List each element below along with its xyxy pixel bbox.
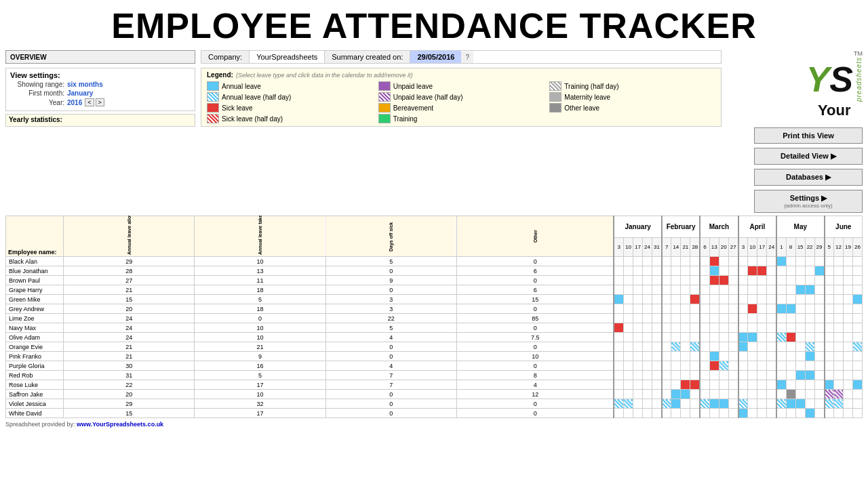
day-cell[interactable] [681, 409, 690, 418]
day-cell[interactable] [738, 390, 748, 399]
day-cell[interactable] [633, 361, 642, 371]
day-cell[interactable] [614, 276, 623, 285]
day-cell[interactable] [671, 409, 681, 418]
day-cell[interactable] [690, 257, 700, 266]
day-cell[interactable] [844, 314, 853, 323]
day-cell[interactable] [805, 352, 814, 361]
day-cell[interactable] [814, 266, 824, 276]
day-cell[interactable] [614, 323, 623, 333]
day-cell[interactable] [825, 304, 834, 314]
day-cell[interactable] [757, 342, 767, 352]
day-cell[interactable] [805, 380, 814, 390]
day-cell[interactable] [795, 266, 805, 276]
day-cell[interactable] [690, 314, 700, 323]
day-cell[interactable] [738, 380, 748, 390]
day-cell[interactable] [700, 314, 709, 323]
day-cell[interactable] [825, 285, 834, 295]
day-cell[interactable] [757, 380, 767, 390]
day-cell[interactable] [786, 361, 795, 371]
day-cell[interactable] [767, 352, 776, 361]
day-cell[interactable] [814, 295, 824, 304]
day-cell[interactable] [728, 257, 738, 266]
day-cell[interactable] [623, 266, 633, 276]
day-cell[interactable] [834, 380, 844, 390]
day-cell[interactable] [853, 314, 863, 323]
day-cell[interactable] [825, 295, 834, 304]
day-cell[interactable] [844, 304, 853, 314]
day-cell[interactable] [728, 352, 738, 361]
day-cell[interactable] [671, 257, 681, 266]
day-cell[interactable] [776, 380, 786, 390]
day-cell[interactable] [814, 390, 824, 399]
day-cell[interactable] [633, 266, 642, 276]
day-cell[interactable] [719, 314, 728, 323]
day-cell[interactable] [786, 390, 795, 399]
day-cell[interactable] [623, 390, 633, 399]
day-cell[interactable] [834, 276, 844, 285]
day-cell[interactable] [623, 323, 633, 333]
day-cell[interactable] [614, 304, 623, 314]
day-cell[interactable] [671, 380, 681, 390]
day-cell[interactable] [728, 399, 738, 409]
day-cell[interactable] [728, 285, 738, 295]
day-cell[interactable] [776, 295, 786, 304]
day-cell[interactable] [834, 333, 844, 342]
day-cell[interactable] [805, 399, 814, 409]
day-cell[interactable] [671, 371, 681, 380]
day-cell[interactable] [652, 361, 661, 371]
day-cell[interactable] [844, 285, 853, 295]
day-cell[interactable] [748, 323, 757, 333]
day-cell[interactable] [690, 333, 700, 342]
day-cell[interactable] [690, 304, 700, 314]
day-cell[interactable] [642, 285, 652, 295]
day-cell[interactable] [671, 304, 681, 314]
day-cell[interactable] [767, 342, 776, 352]
day-cell[interactable] [614, 361, 623, 371]
day-cell[interactable] [814, 409, 824, 418]
day-cell[interactable] [709, 380, 719, 390]
day-cell[interactable] [738, 409, 748, 418]
day-cell[interactable] [814, 371, 824, 380]
day-cell[interactable] [728, 314, 738, 323]
day-cell[interactable] [700, 295, 709, 304]
day-cell[interactable] [652, 266, 661, 276]
day-cell[interactable] [834, 323, 844, 333]
day-cell[interactable] [728, 390, 738, 399]
day-cell[interactable] [623, 257, 633, 266]
day-cell[interactable] [623, 295, 633, 304]
day-cell[interactable] [825, 314, 834, 323]
day-cell[interactable] [805, 390, 814, 399]
day-cell[interactable] [757, 371, 767, 380]
day-cell[interactable] [834, 399, 844, 409]
day-cell[interactable] [719, 323, 728, 333]
day-cell[interactable] [728, 380, 738, 390]
day-cell[interactable] [748, 266, 757, 276]
day-cell[interactable] [853, 276, 863, 285]
day-cell[interactable] [719, 352, 728, 361]
day-cell[interactable] [614, 285, 623, 295]
day-cell[interactable] [719, 266, 728, 276]
day-cell[interactable] [681, 285, 690, 295]
day-cell[interactable] [671, 266, 681, 276]
day-cell[interactable] [844, 361, 853, 371]
day-cell[interactable] [776, 409, 786, 418]
day-cell[interactable] [805, 333, 814, 342]
day-cell[interactable] [709, 390, 719, 399]
day-cell[interactable] [652, 314, 661, 323]
day-cell[interactable] [834, 352, 844, 361]
day-cell[interactable] [814, 276, 824, 285]
day-cell[interactable] [814, 342, 824, 352]
day-cell[interactable] [853, 380, 863, 390]
day-cell[interactable] [834, 371, 844, 380]
day-cell[interactable] [825, 352, 834, 361]
day-cell[interactable] [748, 361, 757, 371]
day-cell[interactable] [633, 342, 642, 352]
day-cell[interactable] [738, 295, 748, 304]
day-cell[interactable] [805, 276, 814, 285]
day-cell[interactable] [614, 333, 623, 342]
day-cell[interactable] [844, 352, 853, 361]
day-cell[interactable] [728, 409, 738, 418]
day-cell[interactable] [767, 333, 776, 342]
day-cell[interactable] [633, 285, 642, 295]
day-cell[interactable] [681, 276, 690, 285]
